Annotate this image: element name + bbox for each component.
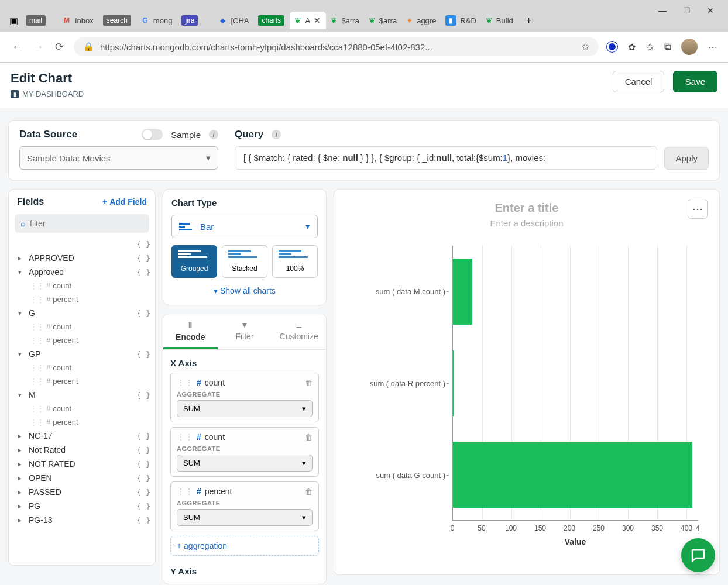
field-parent[interactable]: NC-17{ }: [15, 429, 154, 443]
grip-icon: ⋮⋮: [177, 432, 193, 442]
field-parent[interactable]: G{ }: [15, 306, 154, 320]
sample-toggle[interactable]: [142, 129, 163, 140]
info-icon[interactable]: i: [272, 130, 281, 139]
url-field[interactable]: 🔒 https://charts.mongodb.com/charts-tomh…: [74, 37, 599, 56]
apply-button[interactable]: Apply: [664, 147, 709, 170]
add-aggregation[interactable]: + aggregation: [170, 536, 319, 556]
avatar[interactable]: [681, 39, 698, 55]
field-parent[interactable]: M{ }: [15, 388, 154, 402]
field-parent[interactable]: Approved{ }: [15, 265, 154, 279]
aggregate-select[interactable]: SUM▾: [177, 509, 313, 526]
lock-icon: 🔒: [83, 42, 94, 52]
show-all-label: Show all charts: [220, 286, 276, 295]
chart-type-select[interactable]: Bar ▾: [171, 215, 318, 238]
forward-button[interactable]: →: [32, 41, 44, 53]
field-parent[interactable]: PG{ }: [15, 499, 154, 513]
field-child[interactable]: ⋮⋮#percent: [15, 415, 154, 429]
extensions-icon[interactable]: ✿: [628, 42, 636, 53]
query-block: Query i [ { $match: { rated: { $ne: null…: [235, 129, 709, 170]
field-parent[interactable]: OPEN{ }: [15, 471, 154, 485]
favorite-icon[interactable]: ✩: [582, 42, 589, 52]
datasource-select[interactable]: Sample Data: Movies ▾: [19, 146, 218, 170]
field-child[interactable]: ⋮⋮#count: [15, 320, 154, 333]
number-icon: #: [46, 404, 50, 413]
info-icon[interactable]: i: [209, 130, 218, 139]
reload-button[interactable]: ⟳: [53, 40, 66, 53]
subtype-grouped[interactable]: Grouped: [171, 245, 217, 278]
browser-tab[interactable]: jira: [177, 12, 213, 29]
window-max-icon[interactable]: ☐: [683, 6, 691, 9]
save-button[interactable]: Save: [673, 71, 717, 92]
browser-tab[interactable]: ❦Build: [481, 12, 518, 29]
show-all-charts[interactable]: ▾ Show all charts: [171, 278, 318, 297]
browser-tab[interactable]: Gmong: [136, 12, 177, 29]
window-min-icon[interactable]: —: [658, 6, 667, 9]
field-filter[interactable]: ⌕: [15, 214, 149, 233]
field-child[interactable]: ⋮⋮#percent: [15, 333, 154, 347]
favorites-icon[interactable]: ✩: [646, 42, 654, 53]
field-child[interactable]: ⋮⋮#count: [15, 279, 154, 292]
field-parent[interactable]: NOT RATED{ }: [15, 457, 154, 471]
chat-fab[interactable]: [681, 538, 715, 572]
url-text: https://charts.mongodb.com/charts-tomh-y…: [100, 42, 576, 52]
browser-tab[interactable]: ✦aggre: [401, 12, 441, 29]
browser-tab[interactable]: charts: [253, 12, 290, 29]
more-icon[interactable]: ⋯: [708, 42, 717, 53]
tab-encode[interactable]: ⫴Encode: [163, 314, 218, 349]
dashboard-icon: ▮: [11, 90, 19, 98]
encoding-pill[interactable]: ⋮⋮#count🗑AGGREGATESUM▾: [170, 373, 319, 422]
chart-title-input[interactable]: Enter a title: [349, 201, 704, 215]
fields-tree[interactable]: { }APPROVED{ }Approved{ }⋮⋮#count⋮⋮#perc…: [9, 238, 155, 565]
trash-icon[interactable]: 🗑: [305, 433, 313, 442]
field-child[interactable]: ⋮⋮#percent: [15, 374, 154, 388]
subtype-100%[interactable]: 100%: [272, 245, 318, 278]
window-close-icon[interactable]: ✕: [707, 6, 714, 9]
field-child[interactable]: ⋮⋮#count: [15, 361, 154, 374]
encoding-pill[interactable]: ⋮⋮#count🗑AGGREGATESUM▾: [170, 427, 319, 477]
browser-tab[interactable]: ❦$arra: [326, 12, 363, 29]
browser-tab[interactable]: MInbox: [57, 12, 98, 29]
encode-body[interactable]: X Axis ⋮⋮#count🗑AGGREGATESUM▾⋮⋮#count🗑AG…: [163, 350, 326, 584]
caret-icon: [18, 269, 26, 276]
browser-tab[interactable]: ❦A✕: [290, 12, 326, 29]
browser-tab[interactable]: ◆[CHA: [213, 12, 253, 29]
accent-dot-icon[interactable]: [607, 42, 617, 52]
sidebar-toggle-icon[interactable]: ▣: [6, 13, 21, 28]
query-input[interactable]: [ { $match: { rated: { $ne: null } } }, …: [235, 146, 657, 170]
chart-menu-button[interactable]: ⋯: [688, 199, 708, 219]
search-icon: ⌕: [20, 219, 25, 228]
grip-icon: ⋮⋮: [30, 364, 44, 372]
field-parent[interactable]: PASSED{ }: [15, 485, 154, 499]
aggregate-select[interactable]: SUM▾: [177, 400, 313, 417]
field-parent[interactable]: APPROVED{ }: [15, 251, 154, 265]
aggregate-select[interactable]: SUM▾: [177, 455, 313, 472]
object-badge: { }: [137, 446, 150, 455]
field-child[interactable]: ⋮⋮#percent: [15, 292, 154, 306]
back-button[interactable]: ←: [11, 41, 23, 53]
breadcrumb[interactable]: ▮ MY DASHBOARD: [11, 90, 84, 98]
collections-icon[interactable]: ⧉: [664, 42, 671, 52]
field-filter-input[interactable]: [30, 219, 143, 228]
field-parent[interactable]: GP{ }: [15, 347, 154, 361]
field-parent[interactable]: Not Rated{ }: [15, 443, 154, 457]
browser-tab[interactable]: ▮R&D: [441, 12, 480, 29]
add-field-button[interactable]: + Add Field: [102, 197, 147, 207]
trash-icon[interactable]: 🗑: [305, 378, 313, 387]
encoding-pill[interactable]: ⋮⋮#percent🗑AGGREGATESUM▾: [170, 481, 319, 531]
tab-customize[interactable]: ≣Customize: [272, 314, 326, 349]
subtype-stacked[interactable]: Stacked: [222, 245, 267, 278]
cancel-button[interactable]: Cancel: [613, 71, 665, 92]
tab-filter[interactable]: ▼Filter: [218, 314, 272, 349]
tab-icon: ▼: [218, 320, 272, 329]
number-icon: #: [197, 432, 201, 442]
field-parent[interactable]: PG-13{ }: [15, 513, 154, 527]
browser-tab[interactable]: search: [98, 12, 136, 29]
browser-tab[interactable]: mail: [21, 12, 57, 29]
browser-tab[interactable]: ❦$arra: [364, 12, 401, 29]
y-tick-label: sum ( data M count ): [376, 287, 445, 296]
trash-icon[interactable]: 🗑: [305, 487, 313, 496]
new-tab-button[interactable]: +: [521, 13, 537, 28]
object-badge: { }: [137, 516, 150, 525]
field-child[interactable]: ⋮⋮#count: [15, 402, 154, 415]
chart-description-input[interactable]: Enter a description: [349, 218, 704, 228]
